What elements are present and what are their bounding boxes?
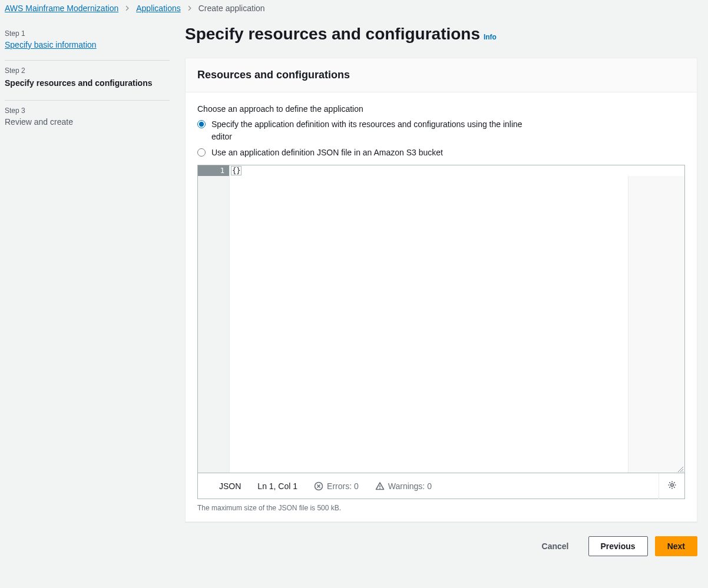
size-hint: The maximum size of the JSON file is 500… [197, 504, 685, 512]
next-button[interactable]: Next [655, 536, 697, 556]
line-number: 1 [198, 165, 229, 176]
wizard-step-2: Step 2 Specify resources and configurati… [5, 61, 170, 101]
editor-position: Ln 1, Col 1 [257, 481, 297, 491]
radio-option-inline[interactable]: Specify the application definition with … [197, 118, 685, 143]
editor-code-area[interactable]: {} [230, 165, 684, 473]
resize-handle-icon[interactable] [676, 464, 683, 471]
breadcrumb: AWS Mainframe Modernization Applications… [0, 0, 708, 20]
main-content: Specify resources and configurations Inf… [174, 20, 708, 561]
json-editor[interactable]: 1 {} [197, 165, 685, 473]
wizard-footer: Cancel Previous Next [185, 536, 697, 561]
svg-point-3 [670, 484, 673, 486]
editor-warnings: Warnings: 0 [375, 481, 432, 491]
radio-inline-label[interactable]: Specify the application definition with … [211, 118, 541, 143]
error-icon [314, 481, 323, 491]
wizard-steps: Step 1 Specify basic information Step 2 … [0, 20, 174, 561]
page-title: Specify resources and configurations [185, 25, 480, 43]
editor-lang: JSON [219, 481, 241, 491]
breadcrumb-applications[interactable]: Applications [136, 4, 181, 13]
cancel-button[interactable]: Cancel [530, 536, 581, 556]
editor-errors-label: Errors: 0 [327, 481, 359, 491]
editor-errors: Errors: 0 [314, 481, 359, 491]
step-link-basic-info[interactable]: Specify basic information [5, 40, 97, 49]
editor-content: {} [231, 166, 241, 175]
gear-icon [667, 480, 677, 491]
radio-option-s3[interactable]: Use an application definition JSON file … [197, 147, 685, 159]
step-future-title: Review and create [5, 117, 170, 127]
step-eyebrow: Step 2 [5, 67, 170, 75]
previous-button[interactable]: Previous [588, 536, 648, 556]
chevron-right-icon [124, 5, 130, 11]
radio-s3-input[interactable] [197, 148, 206, 157]
radio-s3-label[interactable]: Use an application definition JSON file … [211, 147, 443, 159]
step-eyebrow: Step 3 [5, 107, 170, 115]
panel-header: Resources and configurations [186, 58, 697, 92]
approach-label: Choose an approach to define the applica… [197, 104, 685, 114]
editor-gutter: 1 [198, 165, 230, 473]
wizard-step-3: Step 3 Review and create [5, 101, 170, 137]
editor-warnings-label: Warnings: 0 [388, 481, 432, 491]
step-current-title: Specify resources and configurations [5, 77, 170, 89]
svg-point-2 [379, 488, 381, 489]
editor-settings-button[interactable] [659, 473, 684, 499]
warning-icon [375, 481, 385, 491]
info-link[interactable]: Info [484, 33, 497, 41]
editor-minimap [628, 176, 684, 473]
wizard-step-1: Step 1 Specify basic information [5, 24, 170, 61]
breadcrumb-mainframe[interactable]: AWS Mainframe Modernization [5, 4, 118, 13]
editor-status-bar: JSON Ln 1, Col 1 Errors: 0 Warnings: 0 [197, 473, 685, 499]
chevron-right-icon [187, 5, 193, 11]
panel-title: Resources and configurations [197, 69, 685, 81]
breadcrumb-current: Create application [198, 4, 265, 13]
resources-panel: Resources and configurations Choose an a… [185, 58, 697, 522]
radio-inline-input[interactable] [197, 120, 206, 128]
step-eyebrow: Step 1 [5, 29, 170, 38]
